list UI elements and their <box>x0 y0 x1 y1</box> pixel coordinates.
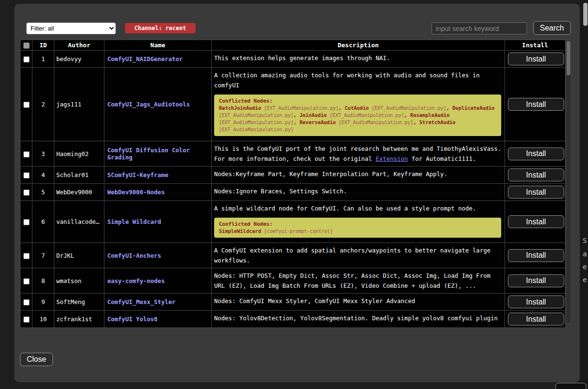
row-install-cell: Install <box>505 268 566 294</box>
conflict-node-source: [EXT_AudioManipulation.py] <box>327 113 404 118</box>
row-id: 8 <box>32 268 54 294</box>
row-select-cell <box>21 311 32 328</box>
install-button[interactable]: Install <box>508 274 564 287</box>
row-id: 4 <box>32 167 54 184</box>
conflict-separator: , <box>413 119 420 125</box>
row-checkbox[interactable] <box>23 253 30 259</box>
row-select-cell <box>21 294 32 311</box>
row-install-cell: Install <box>505 243 566 268</box>
install-button[interactable]: Install <box>508 53 564 65</box>
row-install-cell: Install <box>505 184 566 201</box>
row-author: WebDev9000 <box>54 184 104 201</box>
select-all-checkbox[interactable] <box>23 42 30 49</box>
page-scrollbar-thumb[interactable] <box>583 3 588 26</box>
search-input[interactable] <box>432 22 527 34</box>
table-row: 8wmatsoneasy-comfy-nodesNodes: HTTP POST… <box>21 268 566 294</box>
row-select-cell <box>21 243 32 268</box>
conflict-node-source: [EXT_AudioManipulation.py] <box>219 120 294 125</box>
header-id: ID <box>32 40 54 51</box>
row-install-cell: Install <box>505 68 566 141</box>
install-button[interactable]: Install <box>508 249 564 262</box>
row-select-cell <box>21 268 32 294</box>
conflict-node-source: [EXT_AudioManipulation.py] <box>219 127 294 132</box>
install-button[interactable]: Install <box>508 295 564 308</box>
conflict-node-source: [EXT_AudioManipulation.py] <box>219 113 294 118</box>
row-name-link[interactable]: ComfyUI Diffusion Color Grading <box>104 141 212 167</box>
description-link[interactable]: Extension <box>376 155 408 162</box>
row-description: This extension helps generate images thr… <box>212 51 505 68</box>
background-text-fragment: a <box>583 250 587 258</box>
row-name-link[interactable]: ComfyUI_Mexx_Styler <box>104 294 212 311</box>
row-description: Nodes: ComfyUI Mexx Styler, ComfyUI Mexx… <box>212 294 505 311</box>
row-select-cell <box>21 201 32 243</box>
row-checkbox[interactable] <box>23 278 30 284</box>
table-row: 5WebDev9000WebDev9000-NodesNodes:Ignore … <box>21 184 566 201</box>
row-author: jags111 <box>54 68 104 141</box>
table-row: 1bedovyyComfyUI_NAIDGeneratorThis extens… <box>21 51 566 68</box>
row-name-link[interactable]: ComfyUI_NAIDGenerator <box>104 51 212 68</box>
select-all-header-cell <box>21 40 32 51</box>
install-button[interactable]: Install <box>508 215 564 228</box>
conflict-node-source: [comfyui-prompt-control] <box>261 229 333 234</box>
row-checkbox[interactable] <box>23 172 30 179</box>
row-checkbox[interactable] <box>23 189 30 196</box>
row-description: This is the ComfyUI port of the joint re… <box>212 141 505 167</box>
install-custom-nodes-dialog: Filter: all Channel: recent Search ID Au… <box>14 4 580 382</box>
background-text-fragment: S <box>583 237 587 244</box>
table-scrollbar[interactable] <box>566 40 571 324</box>
install-button[interactable]: Install <box>508 168 564 181</box>
row-name-link[interactable]: WebDev9000-Nodes <box>104 184 212 201</box>
row-name-link[interactable]: SComfyUI-Keyframe <box>104 167 212 184</box>
row-select-cell <box>21 167 32 184</box>
conflict-separator: , <box>404 112 411 118</box>
row-id: 6 <box>32 201 54 243</box>
row-author: wmatson <box>54 268 104 294</box>
row-id: 7 <box>32 243 54 268</box>
conflict-separator: , <box>294 119 300 125</box>
row-checkbox[interactable] <box>23 102 30 108</box>
conflict-node-name: SimpleWildcard <box>219 228 261 234</box>
install-button[interactable]: Install <box>508 186 564 199</box>
filter-select[interactable]: Filter: all <box>26 22 116 34</box>
row-name-link[interactable]: Simple Wildcard <box>104 201 212 243</box>
conflict-separator: , <box>446 105 453 111</box>
install-button[interactable]: Install <box>508 313 564 326</box>
row-description: Nodes: Yolov8Detection, Yolov8Segmentati… <box>212 311 505 328</box>
conflicted-nodes-box: Conflicted Nodes:BatchJoinAudio [EXT_Aud… <box>214 95 501 136</box>
row-description: A ComfyUI extension to add spatial ancho… <box>212 243 505 268</box>
close-button[interactable]: Close <box>20 353 53 366</box>
conflicted-nodes-box: Conflicted Nodes:SimpleWildcard [comfyui… <box>214 218 501 238</box>
conflict-node-name: ResampleAudio <box>410 112 449 118</box>
row-description: Nodes:Keyframe Part, Keyframe Interpolat… <box>212 167 505 184</box>
custom-nodes-table: ID Author Name Description Install 1bedo… <box>20 40 566 328</box>
row-author: DrJKL <box>54 243 104 268</box>
table-scrollbar-thumb[interactable] <box>567 41 570 75</box>
row-author: SoftMeng <box>54 294 104 311</box>
row-description: A collection amazing audio tools for wor… <box>212 68 505 141</box>
table-row: 6vanillacode…Simple WildcardA simple wil… <box>21 201 566 243</box>
row-checkbox[interactable] <box>23 56 30 63</box>
install-button[interactable]: Install <box>508 147 564 160</box>
header-name: Name <box>104 40 212 51</box>
background-text-fragment: e <box>583 263 587 271</box>
row-name-link[interactable]: ComfyUI Yolov8 <box>104 311 212 328</box>
row-install-cell: Install <box>505 201 566 243</box>
row-checkbox[interactable] <box>23 299 30 305</box>
row-description: Nodes: HTTP POST, Empty Dict, Assoc Str,… <box>212 268 505 294</box>
table-row: 9SoftMengComfyUI_Mexx_StylerNodes: Comfy… <box>21 294 566 311</box>
conflict-node-name: CutAudio <box>345 105 369 111</box>
install-button[interactable]: Install <box>508 98 564 111</box>
row-checkbox[interactable] <box>23 151 30 158</box>
row-checkbox[interactable] <box>23 219 30 225</box>
table-row: 3Haoming02ComfyUI Diffusion Color Gradin… <box>21 141 566 167</box>
conflict-node-name: JoinAudio <box>299 112 327 118</box>
row-checkbox[interactable] <box>23 316 30 323</box>
row-name-link[interactable]: ComfyUI_Jags_Audiotools <box>104 68 212 141</box>
search-button[interactable]: Search <box>533 21 571 35</box>
row-description: Nodes:Ignore Braces, Settings Switch. <box>212 184 505 201</box>
table-row: 4Scholar01SComfyUI-KeyframeNodes:Keyfram… <box>21 167 566 184</box>
conflict-separator: , <box>339 105 345 111</box>
row-name-link[interactable]: easy-comfy-nodes <box>104 268 212 294</box>
row-name-link[interactable]: ComfyUI-Anchors <box>104 243 212 268</box>
row-author: bedovyy <box>54 51 104 68</box>
